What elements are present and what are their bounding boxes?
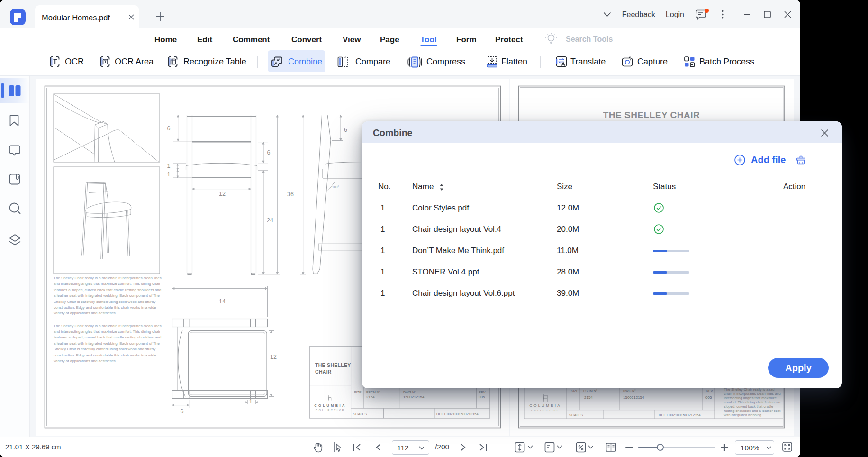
- svg-text:FSCM N°: FSCM N°: [583, 389, 597, 393]
- svg-text:resting shoulders and a leathe: resting shoulders and a leather seat: [724, 409, 781, 413]
- svg-text:1: 1: [167, 163, 171, 169]
- svg-text:6: 6: [181, 408, 184, 415]
- svg-text:FSCM N°: FSCM N°: [366, 391, 380, 394]
- svg-text:comfort. This dining chair fea: comfort. This dining chair features a: [724, 400, 781, 404]
- svg-text:12: 12: [219, 191, 226, 197]
- svg-text:SIZE: SIZE: [354, 391, 362, 394]
- svg-text:The Shelley Chair really is a: The Shelley Chair really is a rad chair.…: [54, 276, 162, 280]
- svg-text:features a sloped, curved back: features a sloped, curved back that crad…: [54, 335, 161, 339]
- svg-text:36: 36: [287, 191, 294, 198]
- svg-text:12: 12: [270, 354, 277, 360]
- svg-text:HEET 0021001500212154: HEET 0021001500212154: [436, 412, 479, 416]
- svg-text:CHAIR: CHAIR: [315, 369, 332, 375]
- svg-text:SIZE: SIZE: [571, 389, 579, 393]
- svg-text:Shelley Chair is carefully cra: Shelley Chair is carefully crafted using…: [54, 300, 155, 304]
- svg-text:COLUMBIA: COLUMBIA: [314, 403, 346, 408]
- svg-text:Shelley Chair is carefully cra: Shelley Chair is carefully crafted using…: [54, 347, 155, 351]
- svg-text:24: 24: [267, 217, 273, 224]
- svg-text:005: 005: [705, 395, 712, 400]
- svg-text:14: 14: [219, 298, 226, 305]
- svg-text:with integrated webbing.: with integrated webbing.: [723, 413, 762, 417]
- svg-text:intersecting angles that maxim: intersecting angles that maximize: [724, 396, 777, 400]
- svg-text:construction. Edgy and comfort: construction. Edgy and comfortable this …: [54, 353, 156, 357]
- svg-text:chair. It incorporates clean l: chair. It incorporates clean lines and: [724, 392, 781, 396]
- svg-text:1: 1: [167, 171, 171, 178]
- svg-text:and intersecting angles that m: and intersecting angles that maximize co…: [54, 329, 161, 334]
- svg-text:features a sloped, curved back: features a sloped, curved back that crad…: [54, 288, 161, 292]
- svg-text:100°: 100°: [332, 185, 339, 189]
- svg-text:COLUMBIA: COLUMBIA: [529, 403, 561, 408]
- svg-text:a leather seat with integrated: a leather seat with integrated webbing. …: [54, 341, 160, 346]
- svg-text:2154: 2154: [584, 395, 593, 400]
- svg-text:REV: REV: [479, 391, 486, 394]
- svg-text:SCALES: SCALES: [353, 412, 367, 416]
- svg-text:DWG N°: DWG N°: [623, 389, 636, 393]
- svg-text:005: 005: [479, 395, 485, 399]
- svg-text:COLLECTIVE: COLLECTIVE: [531, 409, 560, 412]
- svg-text:REV: REV: [706, 389, 713, 393]
- svg-text:construction. Edgy and comfort: construction. Edgy and comfortable this …: [54, 305, 156, 310]
- svg-text:1500212154: 1500212154: [623, 395, 644, 400]
- svg-text:2154: 2154: [366, 395, 375, 399]
- svg-text:variety of applications and ae: variety of applications and aesthetics.: [54, 311, 117, 315]
- svg-text:COLLECTIVE: COLLECTIVE: [316, 409, 345, 411]
- svg-text:1: 1: [249, 398, 253, 405]
- svg-text:The Shelley Chair really is a: The Shelley Chair really is a rad chair.…: [54, 324, 162, 328]
- svg-text:variety of applications and ae: variety of applications and aesthetics.: [54, 359, 117, 363]
- svg-text:sloped, curved back that cradl: sloped, curved back that cradle: [724, 404, 773, 409]
- svg-text:THE SHELLEY: THE SHELLEY: [315, 362, 351, 368]
- svg-text:6: 6: [267, 149, 271, 156]
- svg-text:THE SHELLEY CHAIR: THE SHELLEY CHAIR: [603, 110, 700, 120]
- svg-text:6: 6: [344, 127, 347, 133]
- svg-text:a leather seat with integrated: a leather seat with integrated webbing. …: [54, 293, 160, 298]
- svg-text:6: 6: [167, 125, 171, 132]
- svg-text:DWG N°: DWG N°: [403, 391, 416, 394]
- svg-text:and intersecting angles that m: and intersecting angles that maximize co…: [54, 282, 161, 286]
- svg-text:1500212154: 1500212154: [403, 395, 425, 399]
- svg-text:SCALES: SCALES: [569, 413, 583, 417]
- svg-text:HEET 0021001500212154: HEET 0021001500212154: [659, 413, 701, 417]
